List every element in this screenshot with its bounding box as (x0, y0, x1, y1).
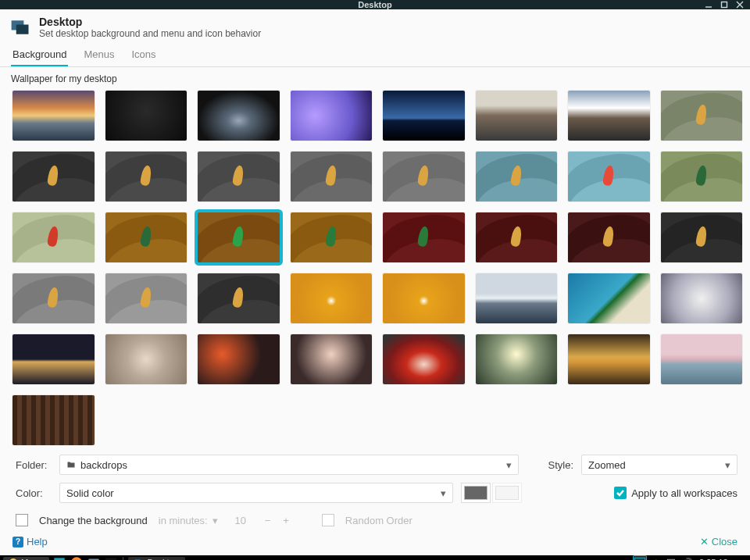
wallpaper-thumb[interactable] (12, 91, 95, 141)
wallpaper-thumb[interactable] (105, 334, 188, 384)
wallpaper-thumb[interactable] (661, 273, 743, 323)
wallpaper-thumb[interactable] (198, 334, 280, 384)
increment-button[interactable]: + (283, 515, 289, 526)
show-desktop-button[interactable] (52, 555, 66, 560)
apply-label: Apply to all workspaces (631, 487, 738, 499)
wallpaper-thumb[interactable] (383, 273, 465, 323)
secondary-color-swatch[interactable] (495, 486, 519, 500)
firefox-launcher[interactable] (70, 555, 84, 560)
wallpaper-thumb[interactable] (12, 152, 95, 202)
caret-down-icon: ▾ (725, 459, 730, 471)
wallpaper-thumb[interactable] (383, 91, 465, 141)
header-title: Desktop (39, 16, 261, 28)
taskbar: Menu >_ Desktop ⟳ 🔊 2:25:13 pm (0, 555, 750, 560)
wallpaper-thumb[interactable] (105, 273, 188, 323)
footer: ? Help ✕ Close (0, 528, 750, 555)
style-combo[interactable]: Zoomed ▾ (581, 455, 738, 475)
wallpaper-thumb[interactable] (291, 212, 373, 262)
section-label: Wallpaper for my desktop (0, 67, 750, 87)
wallpaper-thumb[interactable] (198, 212, 280, 262)
window-minimize-button[interactable] (703, 0, 714, 10)
window-close-button[interactable] (734, 0, 745, 10)
window-title: Desktop (358, 0, 391, 9)
taskbar-separator (123, 557, 123, 560)
wallpaper-thumb[interactable] (476, 212, 558, 262)
wallpaper-thumb[interactable] (198, 273, 280, 323)
wallpaper-thumb[interactable] (12, 273, 95, 323)
wallpaper-thumb[interactable] (105, 91, 188, 141)
help-icon: ? (12, 537, 23, 548)
wallpaper-thumb[interactable] (568, 91, 650, 141)
wallpaper-thumb[interactable] (568, 273, 650, 323)
change-interval-value[interactable]: 10 (229, 515, 252, 526)
wallpaper-thumb[interactable] (291, 273, 373, 323)
window-maximize-button[interactable] (719, 0, 730, 10)
wallpaper-thumb[interactable] (568, 152, 650, 202)
wallpaper-thumb[interactable] (105, 152, 188, 202)
random-order-checkbox[interactable] (322, 514, 334, 526)
wallpaper-thumb[interactable] (383, 212, 465, 262)
style-value: Zoomed (588, 459, 626, 471)
wallpaper-thumb[interactable] (291, 334, 373, 384)
wallpaper-thumb[interactable] (476, 273, 558, 323)
tab-menus[interactable]: Menus (82, 42, 116, 66)
color-combo[interactable]: Solid color ▾ (59, 483, 453, 503)
wallpaper-thumb[interactable] (291, 152, 373, 202)
wallpaper-thumb[interactable] (476, 334, 558, 384)
folder-combo[interactable]: backdrops ▾ (59, 455, 519, 475)
folder-label: Folder: (16, 459, 52, 471)
wallpaper-thumb[interactable] (661, 334, 743, 384)
svg-rect-0 (722, 2, 727, 8)
wallpaper-thumb[interactable] (661, 152, 743, 202)
tray-workspace-indicator[interactable] (633, 555, 647, 560)
desktop-app-icon (9, 16, 31, 38)
change-background-label: Change the background (39, 515, 148, 526)
tab-icons[interactable]: Icons (130, 42, 157, 66)
wallpaper-thumb[interactable] (476, 91, 558, 141)
change-unit-label: in minutes: (159, 515, 208, 526)
tab-background[interactable]: Background (11, 42, 68, 66)
wallpaper-gallery[interactable] (11, 87, 747, 448)
svg-point-4 (71, 557, 82, 560)
decrement-button[interactable]: − (265, 515, 271, 526)
wallpaper-thumb[interactable] (105, 212, 188, 262)
wallpaper-thumb[interactable] (198, 91, 280, 141)
style-label: Style: (527, 459, 573, 471)
color-value: Solid color (66, 487, 114, 499)
random-order-label: Random Order (345, 515, 412, 526)
header: Desktop Set desktop background and menu … (0, 9, 750, 42)
wallpaper-thumb[interactable] (568, 334, 650, 384)
caret-down-icon: ▾ (506, 459, 512, 471)
start-menu-button[interactable]: Menu (3, 557, 49, 560)
files-launcher[interactable] (87, 555, 101, 560)
primary-color-swatch[interactable] (464, 486, 488, 500)
folder-value: backdrops (80, 459, 127, 471)
wallpaper-thumb[interactable] (383, 334, 465, 384)
folder-icon (66, 460, 76, 469)
wallpaper-thumb[interactable] (12, 334, 95, 384)
desktop-settings-window: Desktop Set desktop background and menu … (0, 9, 750, 555)
close-button[interactable]: ✕ Close (700, 536, 738, 548)
apply-all-workspaces[interactable]: Apply to all workspaces (581, 487, 738, 499)
wallpaper-thumb[interactable] (661, 91, 743, 141)
tray-update-icon[interactable]: ⟳ (653, 558, 660, 561)
wallpaper-thumb[interactable] (661, 212, 743, 262)
terminal-launcher[interactable]: >_ (104, 555, 118, 560)
wallpaper-thumb[interactable] (568, 212, 650, 262)
wallpaper-thumb[interactable] (476, 152, 558, 202)
color-label: Color: (16, 487, 52, 499)
close-x-icon: ✕ (700, 536, 709, 548)
taskbar-task-desktop[interactable]: Desktop (128, 557, 185, 560)
checkbox-checked-icon (614, 487, 627, 499)
wallpaper-thumb[interactable] (12, 395, 95, 445)
wallpaper-thumb[interactable] (383, 152, 465, 202)
controls: Folder: backdrops ▾ Style: Zoomed ▾ Colo… (0, 448, 750, 528)
wallpaper-thumb[interactable] (198, 152, 280, 202)
wallpaper-thumb[interactable] (291, 91, 373, 141)
help-button[interactable]: ? Help (12, 536, 48, 548)
change-background-checkbox[interactable] (16, 514, 28, 526)
window-titlebar: Desktop (0, 0, 750, 9)
wallpaper-thumb[interactable] (12, 212, 95, 262)
tabs: Background Menus Icons (0, 42, 750, 67)
tray-volume-icon[interactable]: 🔊 (682, 558, 693, 561)
